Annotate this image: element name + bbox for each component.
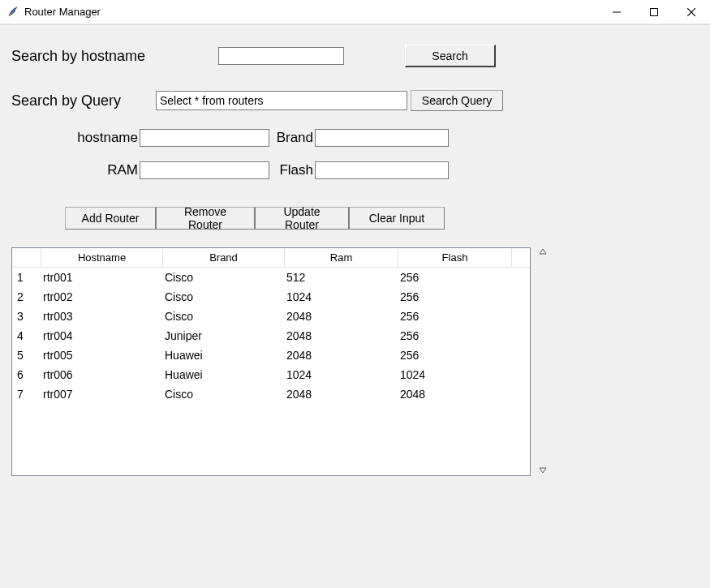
table-row[interactable]: 3rtr003Cisco2048256 — [12, 307, 530, 326]
cell-brand: Cisco — [163, 271, 285, 284]
titlebar: Router Manager — [0, 0, 710, 24]
cell-brand: Juniper — [163, 329, 285, 342]
cell-flash: 256 — [398, 290, 512, 303]
brand-label: Brand — [269, 130, 315, 146]
table-row[interactable]: 5rtr005Huawei2048256 — [12, 346, 530, 365]
remove-router-button[interactable]: Remove Router — [156, 207, 255, 230]
table-header-hostname[interactable]: Hostname — [41, 248, 163, 267]
table-header-flash[interactable]: Flash — [398, 248, 512, 267]
search-button[interactable]: Search — [405, 45, 496, 67]
brand-input[interactable] — [315, 129, 449, 147]
table-row[interactable]: 6rtr006Huawei10241024 — [12, 365, 530, 384]
action-button-group: Add Router Remove Router Update Router C… — [65, 207, 445, 230]
cell-hostname: rtr007 — [41, 388, 163, 401]
cell-hostname: rtr002 — [41, 290, 163, 303]
cell-id: 5 — [12, 349, 41, 362]
table-header: Hostname Brand Ram Flash — [12, 248, 530, 268]
search-query-button[interactable]: Search Query — [411, 90, 503, 111]
update-router-button[interactable]: Update Router — [255, 207, 349, 230]
flash-input[interactable] — [315, 161, 449, 179]
cell-brand: Cisco — [163, 388, 285, 401]
cell-id: 2 — [12, 290, 41, 303]
scroll-up-icon[interactable] — [536, 247, 549, 257]
scroll-down-icon[interactable] — [536, 466, 549, 476]
cell-brand: Huawei — [163, 368, 285, 381]
close-button[interactable] — [673, 0, 710, 24]
table-scrollbar[interactable] — [536, 247, 549, 476]
cell-id: 1 — [12, 271, 41, 284]
table-row[interactable]: 1rtr001Cisco512256 — [12, 268, 530, 287]
table-header-brand[interactable]: Brand — [163, 248, 285, 267]
cell-ram: 1024 — [285, 290, 398, 303]
cell-brand: Cisco — [163, 290, 285, 303]
svg-rect-1 — [651, 9, 658, 16]
search-query-input[interactable] — [156, 91, 407, 110]
add-router-button[interactable]: Add Router — [65, 207, 156, 230]
cell-flash: 256 — [398, 349, 512, 362]
window-controls — [598, 0, 710, 24]
cell-ram: 2048 — [285, 329, 398, 342]
search-query-label: Search by Query — [11, 92, 156, 109]
cell-ram: 1024 — [285, 368, 398, 381]
cell-flash: 2048 — [398, 388, 512, 401]
table-row[interactable]: 2rtr002Cisco1024256 — [12, 287, 530, 307]
window-title: Router Manager — [24, 6, 101, 18]
flash-label: Flash — [269, 162, 315, 178]
cell-flash: 256 — [398, 310, 512, 323]
table-header-ram[interactable]: Ram — [285, 248, 398, 267]
cell-flash: 256 — [398, 271, 512, 284]
cell-brand: Huawei — [163, 349, 285, 362]
search-hostname-input[interactable] — [218, 47, 344, 65]
clear-input-button[interactable]: Clear Input — [349, 207, 445, 230]
cell-hostname: rtr001 — [41, 271, 163, 284]
cell-hostname: rtr004 — [41, 329, 163, 342]
cell-ram: 2048 — [285, 310, 398, 323]
cell-hostname: rtr006 — [41, 368, 163, 381]
minimize-button[interactable] — [598, 0, 635, 24]
maximize-button[interactable] — [635, 0, 673, 24]
cell-flash: 256 — [398, 329, 512, 342]
table-row[interactable]: 4rtr004Juniper2048256 — [12, 326, 530, 346]
ram-label: RAM — [70, 162, 140, 178]
cell-flash: 1024 — [398, 368, 512, 381]
cell-id: 7 — [12, 388, 41, 401]
hostname-label: hostname — [70, 130, 140, 146]
cell-id: 6 — [12, 368, 41, 381]
table-body: 1rtr001Cisco5122562rtr002Cisco10242563rt… — [12, 268, 530, 404]
client-area: Search by hostname Search Search by Quer… — [0, 24, 710, 588]
search-hostname-label: Search by hostname — [11, 48, 218, 65]
cell-hostname: rtr003 — [41, 310, 163, 323]
cell-brand: Cisco — [163, 310, 285, 323]
cell-ram: 512 — [285, 271, 398, 284]
cell-id: 3 — [12, 310, 41, 323]
ram-input[interactable] — [140, 161, 269, 179]
router-table[interactable]: Hostname Brand Ram Flash 1rtr001Cisco512… — [11, 247, 531, 476]
cell-ram: 2048 — [285, 349, 398, 362]
cell-id: 4 — [12, 329, 41, 342]
table-row[interactable]: 7rtr007Cisco20482048 — [12, 384, 530, 404]
cell-hostname: rtr005 — [41, 349, 163, 362]
cell-ram: 2048 — [285, 388, 398, 401]
app-feather-icon — [6, 6, 19, 19]
table-header-id[interactable] — [12, 248, 41, 267]
hostname-input[interactable] — [140, 129, 269, 147]
